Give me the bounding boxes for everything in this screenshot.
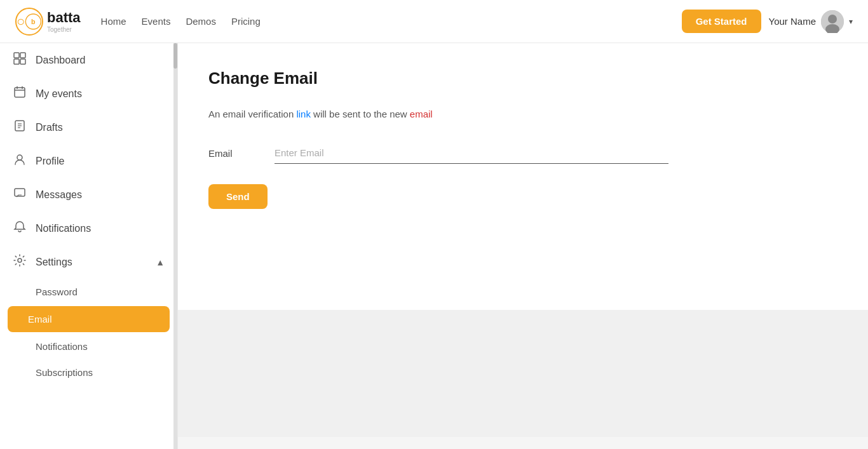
drafts-icon [13, 119, 27, 135]
nav-link-pricing[interactable]: Pricing [231, 16, 261, 27]
info-text-middle: will be sent to the new [311, 109, 410, 119]
nav-link-home[interactable]: Home [101, 16, 126, 27]
svg-rect-9 [15, 88, 25, 97]
profile-icon [13, 153, 27, 169]
bell-icon [13, 220, 27, 236]
get-started-button[interactable]: Get Started [682, 10, 761, 33]
sidebar-label-notifications: Notifications [36, 223, 91, 234]
nav-link-demos[interactable]: Demos [186, 16, 216, 27]
sidebar-item-messages[interactable]: Messages [0, 178, 177, 211]
settings-left: Settings [13, 254, 72, 270]
nav-left: b batta Together Home Events Demos Prici… [15, 8, 261, 36]
sidebar-item-dashboard[interactable]: Dashboard [0, 43, 177, 77]
svg-text:b: b [31, 18, 36, 25]
sidebar-item-my-events[interactable]: My events [0, 77, 177, 111]
svg-rect-8 [20, 59, 25, 64]
info-text: An email verification link will be sent … [208, 109, 837, 119]
brand-name-group: batta Together [47, 10, 81, 33]
send-button[interactable]: Send [208, 184, 268, 209]
scroll-thumb [173, 43, 177, 69]
info-text-highlight: email [410, 109, 433, 119]
layout: Dashboard My events [0, 43, 868, 449]
avatar [821, 10, 844, 33]
brand-tagline: Together [47, 26, 81, 33]
brand-name: batta [47, 10, 81, 25]
svg-point-19 [18, 258, 22, 262]
email-form-row: Email [208, 142, 837, 164]
nav-links: Home Events Demos Pricing [101, 16, 261, 27]
info-text-before: An email verification [208, 109, 296, 119]
sidebar-label-drafts: Drafts [36, 122, 63, 133]
sidebar-label-dashboard: Dashboard [36, 55, 85, 66]
svg-rect-5 [14, 53, 19, 58]
sidebar-sub-item-subscriptions[interactable]: Subscriptions [0, 359, 177, 385]
user-name: Your Name [769, 16, 817, 27]
gray-area [178, 310, 868, 437]
svg-rect-6 [20, 53, 25, 58]
sidebar-label-my-events: My events [36, 88, 82, 100]
svg-point-3 [828, 15, 837, 23]
page-title: Change Email [208, 69, 837, 88]
sidebar-label-messages: Messages [36, 189, 82, 201]
calendar-icon [13, 86, 27, 102]
nav-right: Get Started Your Name ▾ [682, 10, 853, 33]
sidebar-item-profile[interactable]: Profile [0, 144, 177, 178]
sidebar-item-drafts[interactable]: Drafts [0, 111, 177, 144]
content-card: Change Email An email verification link … [178, 43, 868, 310]
email-input[interactable] [275, 142, 668, 164]
logo[interactable]: b batta Together [15, 8, 81, 36]
main-content: Change Email An email verification link … [178, 43, 868, 449]
sidebar-item-notifications[interactable]: Notifications [0, 211, 177, 245]
scroll-indicator[interactable] [173, 43, 177, 449]
settings-label: Settings [36, 257, 72, 268]
nav-link-events[interactable]: Events [142, 16, 171, 27]
top-navigation: b batta Together Home Events Demos Prici… [0, 0, 868, 43]
sidebar-sub-item-password[interactable]: Password [0, 279, 177, 305]
user-menu[interactable]: Your Name ▾ [769, 10, 853, 33]
info-text-link: link [296, 109, 311, 119]
dashboard-icon [13, 52, 27, 68]
sidebar-item-settings[interactable]: Settings ▲ [0, 245, 177, 279]
email-label: Email [208, 148, 259, 159]
settings-arrow-icon: ▲ [156, 257, 165, 267]
sidebar-label-profile: Profile [36, 156, 64, 167]
svg-point-17 [17, 155, 22, 160]
settings-icon [13, 254, 27, 270]
messages-icon [13, 187, 27, 203]
sidebar-sub-item-notifications[interactable]: Notifications [0, 333, 177, 359]
sidebar: Dashboard My events [0, 43, 178, 449]
svg-rect-7 [14, 59, 19, 64]
sidebar-sub-item-email[interactable]: Email [8, 306, 170, 332]
logo-icon: b [15, 8, 43, 36]
chevron-down-icon: ▾ [849, 17, 853, 26]
